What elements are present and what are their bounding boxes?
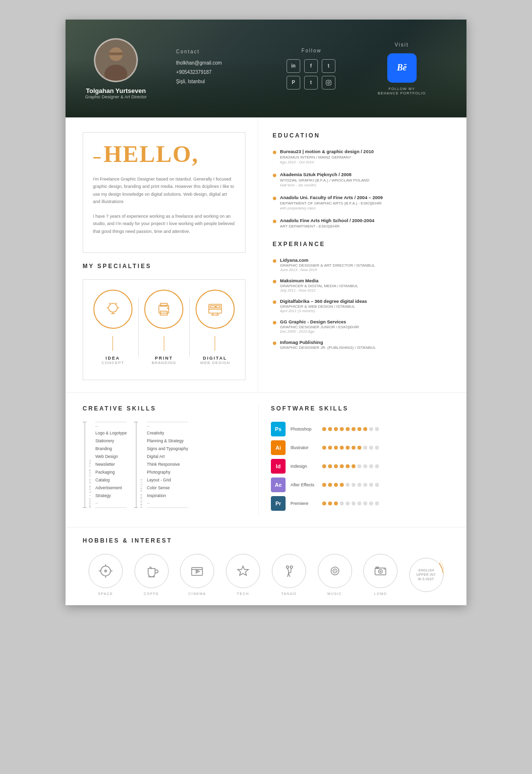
svg-point-5 — [328, 82, 330, 84]
dot — [334, 483, 338, 487]
edu-dot-1 — [273, 174, 276, 177]
edu-date-1: Half term - Six months — [280, 183, 452, 187]
specialty-idea: IDEA CONCEPT — [93, 290, 133, 365]
skill-signs: Signs and Typography — [147, 446, 188, 451]
follow-label: Follow — [302, 48, 322, 53]
edu-dot-2 — [273, 197, 276, 200]
creative-skills-section: CREATIVE SKILLS WHAT I CAN DO FOR YOU ─ … — [83, 405, 259, 515]
skill-photography: Photography — [147, 470, 188, 475]
coffee-icon — [134, 554, 169, 588]
sw-premiere: Pr Premiere — [271, 496, 449, 511]
pinterest-icon[interactable]: P — [287, 76, 300, 90]
svg-line-10 — [109, 303, 111, 304]
avatar — [94, 38, 138, 82]
main-body: – HELLO, I'm Freelance Graphic Designer … — [66, 117, 466, 392]
ae-name: After Effects — [290, 482, 322, 487]
hobby-label-music: MUSIC — [328, 592, 342, 595]
instagram-icon[interactable] — [322, 76, 335, 90]
skill-creativity: Creativity — [147, 431, 188, 435]
resume-container: Tolgahan Yurtseven Graphic Designer & Ar… — [66, 20, 466, 605]
dot — [352, 427, 355, 431]
svg-point-44 — [384, 569, 385, 570]
dot — [352, 501, 355, 505]
dot — [352, 483, 355, 487]
exp-role-2: GRAPHICER & WEB DESIGN / ISTANBUL — [280, 304, 452, 309]
hobby-language: ENGLISHUPPER INT.W.S.INST. — [409, 558, 443, 592]
dot — [328, 446, 332, 450]
creative-skills-title: CREATIVE SKILLS — [83, 405, 248, 412]
svg-point-6 — [330, 81, 330, 81]
svg-point-42 — [379, 570, 381, 572]
exp-role-4: GRAPHIC DESIGNER JR. (PUBLISHING) / ISTA… — [280, 345, 452, 350]
digital-label: DIGITAL — [203, 356, 227, 361]
svg-rect-3 — [109, 52, 123, 55]
edu-school-1: Akademia Sztuk Pięknych / 2008 — [280, 172, 452, 177]
edu-item-1: Akademia Sztuk Pięknych / 2008 WYDZIAŁ G… — [273, 172, 452, 187]
exp-item-2: Digitalfabrika – 360 degree digital idea… — [273, 298, 452, 313]
specialties-icons: IDEA CONCEPT PRINT BRANDING — [90, 290, 238, 365]
pr-name: Premiere — [290, 501, 322, 506]
hobby-label-coffee: COFFE — [144, 592, 159, 595]
dot — [369, 501, 373, 505]
education-title: EDUCATION — [273, 132, 452, 139]
hobby-tango: TANGO — [272, 554, 306, 595]
dot — [352, 446, 355, 450]
hello-title: HELLO, — [104, 142, 199, 166]
edu-dot-3 — [273, 220, 276, 223]
behance-icon[interactable]: Bē — [387, 53, 417, 83]
ai-name: Illustrator — [290, 445, 322, 450]
left-column: – HELLO, I'm Freelance Graphic Designer … — [66, 117, 258, 392]
svg-rect-15 — [160, 303, 167, 306]
hobby-label-tango: TANGO — [281, 592, 297, 595]
contact-section: Contact tholkhan@gmail.com +905432379187… — [176, 49, 266, 88]
dot — [346, 501, 350, 505]
svg-point-7 — [109, 303, 117, 312]
language-circle: ENGLISHUPPER INT.W.S.INST. — [409, 558, 443, 592]
linkedin-icon[interactable]: in — [287, 59, 300, 73]
design-label: DESING SKILLS — [140, 422, 143, 508]
skill-responsive: Think Responsive — [147, 462, 188, 467]
experience-section: EXPERIANCE Lidyana.com GRAPHIC DESIGNER … — [273, 241, 452, 350]
right-column: EDUCATION Bureau23 | motion & graphic de… — [258, 117, 466, 392]
dot — [375, 501, 379, 505]
id-name: Indesign — [290, 464, 322, 469]
bio-paragraph-2: I have 7 years of experience working as … — [93, 213, 235, 235]
exp-dot-3 — [273, 321, 276, 324]
tumblr-icon[interactable]: t — [304, 76, 318, 90]
digital-sublabel: WEB DESIGN — [200, 361, 230, 365]
twitter-icon[interactable]: t — [322, 59, 335, 73]
dot — [340, 483, 344, 487]
idea-label: IDEA — [106, 356, 120, 361]
svg-rect-21 — [216, 306, 220, 308]
tango-icon — [272, 554, 306, 588]
dot — [322, 427, 326, 431]
dot — [357, 464, 361, 468]
hobby-label-tech: TECH — [237, 592, 249, 595]
dot — [334, 464, 338, 468]
svg-point-2 — [105, 65, 128, 82]
dot — [369, 427, 373, 431]
facebook-icon[interactable]: f — [304, 59, 318, 73]
id-dots — [322, 464, 379, 468]
skill-logo: Logo & Logotype — [95, 431, 127, 435]
dot — [340, 464, 344, 468]
exp-dot-1 — [273, 280, 276, 283]
edu-date-2: with preparatory class — [280, 206, 452, 210]
exp-date-3: Dec 2009 - 2010 Agu — [280, 329, 452, 334]
specialty-print: PRINT BRANDING — [144, 290, 183, 365]
hobbies-icons: SPACE COFFE CINEMA TECH — [83, 554, 449, 595]
exp-dot-0 — [273, 259, 276, 263]
exp-company-2: Digitalfabrika – 360 degree digital idea… — [280, 298, 452, 304]
dot — [369, 464, 373, 468]
edu-school-2: Anadolu Uni. Faculty of Fine Arts / 2004… — [280, 195, 452, 200]
exp-item-1: Maksimum Media GRAPHICER & DIGITAL MEDIA… — [273, 278, 452, 293]
education-section: EDUCATION Bureau23 | motion & graphic de… — [273, 132, 452, 228]
ai-dots — [322, 446, 379, 450]
dot — [363, 464, 367, 468]
specialties-section: MY SPECIALTIES IDEA CONCEPT — [83, 263, 245, 380]
skill-stationery: Stationery — [95, 438, 127, 443]
dot — [328, 464, 332, 468]
lomo-icon — [363, 554, 398, 588]
dot — [375, 446, 379, 450]
dot — [363, 501, 367, 505]
